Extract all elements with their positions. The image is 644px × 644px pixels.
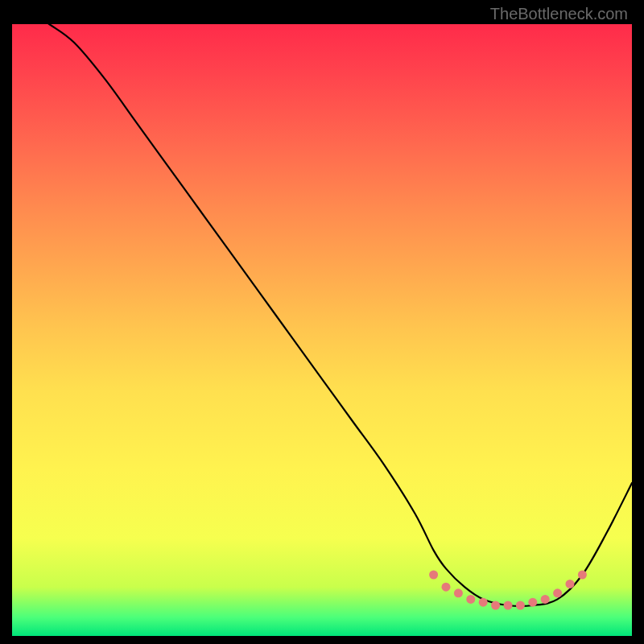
chart-background xyxy=(12,24,632,636)
watermark-text: TheBottleneck.com xyxy=(490,5,628,23)
